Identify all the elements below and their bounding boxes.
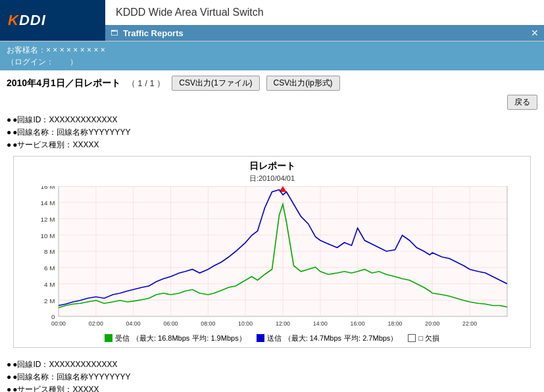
circuit1-id: ●回線ID：XXXXXXXXXXXXX: [12, 115, 117, 124]
csv-button-1[interactable]: CSV出力(1ファイル): [172, 76, 259, 91]
chart1-legend: 受信 （最大: 16.8Mbps 平均: 1.9Mbps） 送信 （最大: 14…: [20, 333, 524, 343]
svg-text:12 M: 12 M: [41, 215, 55, 222]
chart-container-1: 日レポート 日:2010/04/01: [13, 156, 531, 348]
circuit-info-2: ●●回線ID：XXXXXXXXXXXXX ●●回線名称：回線名称YYYYYYYY…: [7, 358, 537, 392]
svg-text:16 M: 16 M: [41, 186, 55, 190]
chart1-date: 日:2010/04/01: [20, 174, 524, 184]
bullet-5: ●: [7, 372, 11, 381]
chart1-area: 16 M 14 M 12 M 10 M 8 M 6 M 4 M 2 M 0 00…: [20, 186, 524, 331]
svg-text:10 M: 10 M: [41, 232, 55, 239]
circuit2-service: ●サービス種別：XXXXX: [12, 385, 99, 392]
svg-text:20:00: 20:00: [425, 320, 439, 327]
circuit2-name: ●回線名称：回線名称YYYYYYYY: [12, 372, 130, 381]
nav-title: Traffic Reports: [123, 28, 184, 38]
loss-color-box: [408, 334, 416, 342]
legend-recv: 受信 （最大: 16.8Mbps 平均: 1.9Mbps）: [105, 333, 246, 343]
circuit1-service: ●サービス種別：XXXXX: [12, 140, 99, 149]
report-header: 2010年4月1日／日レポート （ 1 / 1 ） CSV出力(1ファイル) C…: [7, 76, 537, 91]
legend-send-avg: 平均: 2.7Mbps）: [344, 333, 397, 343]
svg-text:08:00: 08:00: [201, 320, 215, 327]
legend-send-label: 送信: [267, 333, 282, 343]
svg-text:18:00: 18:00: [387, 320, 402, 327]
legend-recv-max: （最大: 16.8Mbps: [132, 333, 189, 343]
send-color-box: [257, 334, 264, 342]
logo: KDDI: [8, 12, 46, 29]
header-right: KDDD Wide Area Virtual Switch 🗔 Traffic …: [105, 0, 544, 41]
report-title: 2010年4月1日／日レポート: [7, 78, 120, 89]
svg-text:16:00: 16:00: [351, 320, 365, 327]
user-bar: お客様名：× × × × × × × × × （ログイン： ）: [0, 41, 544, 70]
nav-icon: 🗔: [111, 29, 118, 37]
svg-text:06:00: 06:00: [163, 320, 178, 327]
svg-text:22:00: 22:00: [462, 320, 477, 327]
svg-text:14:00: 14:00: [313, 320, 328, 327]
main-content: 2010年4月1日／日レポート （ 1 / 1 ） CSV出力(1ファイル) C…: [0, 70, 544, 392]
csv-button-2[interactable]: CSV出力(ip形式): [266, 76, 340, 91]
bullet-1: ●: [7, 115, 11, 124]
bullet-4: ●: [7, 360, 11, 369]
app-title: KDDD Wide Area Virtual Switch: [105, 0, 544, 25]
circuit-info-1: ●●回線ID：XXXXXXXXXXXXX ●●回線名称：回線名称YYYYYYYY…: [7, 114, 537, 152]
svg-text:12:00: 12:00: [276, 320, 290, 327]
bullet-6: ●: [7, 385, 11, 392]
chart1-svg: 16 M 14 M 12 M 10 M 8 M 6 M 4 M 2 M 0 00…: [20, 186, 524, 331]
svg-text:6 M: 6 M: [44, 264, 55, 272]
chart1-title: 日レポート: [20, 160, 524, 172]
login-label: （ログイン： ）: [7, 57, 78, 66]
header: KDDI KDDD Wide Area Virtual Switch 🗔 Tra…: [0, 0, 544, 41]
svg-text:8 M: 8 M: [44, 248, 55, 255]
svg-text:00:00: 00:00: [51, 320, 66, 327]
bullet-2: ●: [7, 128, 11, 137]
customer-name: × × × × × × × × ×: [46, 45, 105, 55]
report-section-1: ●●回線ID：XXXXXXXXXXXXX ●●回線名称：回線名称YYYYYYYY…: [7, 114, 537, 348]
legend-recv-label: 受信: [115, 333, 130, 343]
back-row: 戻る: [7, 95, 537, 110]
svg-text:02:00: 02:00: [89, 320, 103, 327]
close-icon[interactable]: ✕: [531, 28, 539, 38]
legend-send: 送信 （最大: 14.7Mbps 平均: 2.7Mbps）: [257, 333, 398, 343]
bullet-3: ●: [7, 140, 11, 149]
legend-loss: □ 欠損: [408, 333, 439, 343]
circuit2-id: ●回線ID：XXXXXXXXXXXXX: [12, 360, 117, 369]
svg-text:04:00: 04:00: [126, 320, 141, 327]
svg-text:0: 0: [51, 313, 55, 320]
svg-text:4 M: 4 M: [44, 280, 55, 287]
legend-send-max: （最大: 14.7Mbps: [284, 333, 341, 343]
back-button[interactable]: 戻る: [507, 95, 537, 110]
report-page: （ 1 / 1 ）: [127, 78, 166, 89]
report-section-2: ●●回線ID：XXXXXXXXXXXXX ●●回線名称：回線名称YYYYYYYY…: [7, 358, 537, 392]
svg-text:10:00: 10:00: [238, 320, 253, 327]
logo-area: KDDI: [0, 0, 105, 41]
legend-loss-label: □ 欠損: [418, 333, 439, 343]
nav-bar: 🗔 Traffic Reports ✕: [105, 25, 544, 41]
recv-color-box: [105, 334, 112, 342]
customer-label: お客様名：: [7, 45, 46, 55]
legend-recv-avg: 平均: 1.9Mbps）: [192, 333, 245, 343]
circuit1-name: ●回線名称：回線名称YYYYYYYY: [12, 128, 130, 137]
svg-text:2 M: 2 M: [44, 297, 55, 304]
svg-text:14 M: 14 M: [41, 199, 55, 207]
